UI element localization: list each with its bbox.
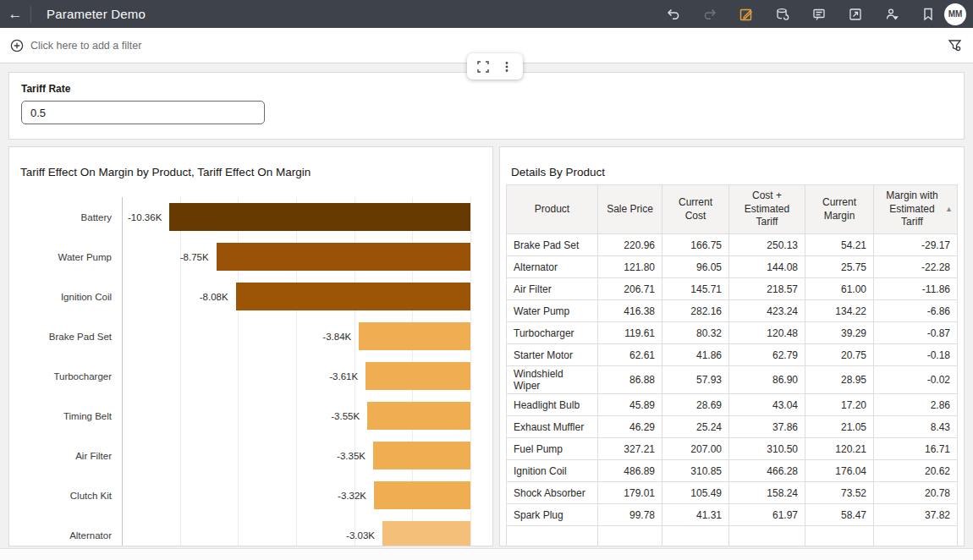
column-header[interactable]: Cost + Estimated Tariff <box>729 185 805 234</box>
details-table-card: Details By Product ProductSale PriceCurr… <box>499 146 965 546</box>
value-cell: 327.21 <box>598 438 662 460</box>
value-cell: 96.05 <box>662 256 729 278</box>
value-cell: 220.96 <box>598 234 662 256</box>
bottom-scroll-strip[interactable] <box>0 548 973 560</box>
export-icon[interactable] <box>848 7 863 22</box>
bar-value-label: -10.36K <box>128 212 162 222</box>
value-cell: 54.21 <box>805 234 874 256</box>
table-row[interactable]: Shock Absorber179.01105.49158.2473.5220.… <box>507 482 958 504</box>
value-cell: 207.00 <box>662 438 729 460</box>
filter-options-icon[interactable] <box>948 38 963 53</box>
value-cell: 423.24 <box>729 300 805 322</box>
value-cell: 120.48 <box>729 322 805 344</box>
bar-chart-card: Tariff Effect On Margin by Product, Tari… <box>8 146 493 546</box>
product-cell: Water Pump <box>507 300 598 322</box>
value-cell: 166.75 <box>662 234 729 256</box>
product-cell: Fuel Pump <box>507 438 598 460</box>
value-cell: 86.90 <box>729 366 805 394</box>
column-header[interactable]: Current Margin <box>805 185 874 234</box>
bar[interactable] <box>367 402 470 430</box>
value-cell: 46.29 <box>598 416 662 438</box>
undo-icon[interactable] <box>666 7 681 22</box>
bar-value-label: -3.61K <box>329 371 358 382</box>
value-cell: 486.89 <box>598 460 662 482</box>
table-row[interactable]: Alternator121.8096.05144.0825.75-22.28 <box>507 256 958 278</box>
present-icon[interactable] <box>884 7 899 22</box>
product-cell: Spark Plug <box>507 504 598 526</box>
column-header[interactable]: Sale Price <box>598 185 662 234</box>
value-cell: 21.05 <box>805 416 874 438</box>
bar-row: Turbocharger-3.61K <box>9 356 470 396</box>
back-button[interactable]: ← <box>0 0 30 28</box>
value-cell: 105.49 <box>662 482 729 504</box>
sort-ascending-icon[interactable]: ▲ <box>945 205 953 215</box>
user-avatar[interactable]: MM <box>944 3 966 25</box>
bar[interactable] <box>366 362 470 390</box>
value-cell: 250.13 <box>729 234 805 256</box>
column-header[interactable]: Margin with Estimated Tariff▲ <box>874 185 958 234</box>
bar[interactable] <box>374 481 470 509</box>
viz-toolbar <box>467 53 523 80</box>
refresh-data-icon[interactable] <box>775 7 790 22</box>
value-cell: -6.86 <box>874 300 958 322</box>
table-row[interactable]: Spark Plug99.7841.3161.9758.4737.82 <box>507 504 958 526</box>
product-cell: Shock Absorber <box>507 482 598 504</box>
table-row[interactable]: Fuel Pump327.21207.00310.50120.2116.71 <box>507 438 958 460</box>
bar[interactable] <box>236 283 470 310</box>
value-cell: -29.17 <box>874 234 958 256</box>
table-row[interactable]: Starter Motor62.6141.8662.7920.75-0.18 <box>507 344 958 366</box>
tariff-rate-input[interactable] <box>21 101 265 124</box>
value-cell: 86.88 <box>598 366 662 394</box>
chart-title: Tariff Effect On Margin by Product, Tari… <box>20 166 311 178</box>
category-label: Water Pump <box>9 252 122 262</box>
category-label: Brake Pad Set <box>9 332 122 342</box>
table-row[interactable]: Exhaust Muffler46.2925.2437.8621.058.43 <box>507 416 958 438</box>
value-cell: 144.08 <box>729 256 805 278</box>
table-row[interactable]: Ignition Coil486.89310.85466.28176.0420.… <box>507 460 958 482</box>
edit-icon[interactable] <box>739 7 754 22</box>
value-cell: 121.80 <box>598 256 662 278</box>
table-row[interactable]: Headlight Bulb45.8928.6943.0417.202.86 <box>507 394 958 416</box>
value-cell: -0.87 <box>874 322 958 344</box>
value-cell: 416.38 <box>598 300 662 322</box>
add-filter-label[interactable]: Click here to add a filter <box>30 40 141 52</box>
app-header: ← Parameter Demo MM <box>0 0 973 28</box>
table-row[interactable]: Water Pump416.38282.16423.24134.22-6.86 <box>507 300 958 322</box>
kebab-menu-icon[interactable] <box>500 60 514 74</box>
bar[interactable] <box>373 442 470 469</box>
table-row[interactable]: Windshield Wiper86.8857.9386.9028.95-0.0… <box>507 366 958 394</box>
column-header[interactable]: Product <box>507 185 598 234</box>
bar-row: Ignition Coil-8.08K <box>9 277 470 316</box>
value-cell: 158.24 <box>729 482 805 504</box>
value-cell: 17.20 <box>805 394 874 416</box>
value-cell: 310.85 <box>662 460 729 482</box>
bar[interactable] <box>382 521 470 546</box>
bar[interactable] <box>359 322 470 350</box>
header-toolbar <box>666 7 936 22</box>
bar-row: Air Filter-3.35K <box>9 436 470 475</box>
bar-row: Alternator-3.03K <box>9 515 470 546</box>
bookmark-icon[interactable] <box>921 7 936 22</box>
table-row[interactable]: Turbocharger119.6180.32120.4839.29-0.87 <box>507 322 958 344</box>
value-cell: 25.24 <box>662 416 729 438</box>
details-table: ProductSale PriceCurrent CostCost + Esti… <box>506 184 958 546</box>
bar[interactable] <box>217 243 470 271</box>
value-cell: -11.86 <box>874 278 958 300</box>
comments-icon[interactable] <box>811 7 827 22</box>
value-cell: 20.62 <box>874 460 958 482</box>
table-row[interactable]: Air Filter206.71145.71218.5761.00-11.86 <box>507 278 958 300</box>
value-cell: 20.78 <box>874 482 958 504</box>
bar-value-label: -3.84K <box>322 332 351 342</box>
product-cell: Ignition Coil <box>507 460 598 482</box>
maximize-icon[interactable] <box>476 60 490 74</box>
bar[interactable] <box>169 203 470 231</box>
category-label: Timing Belt <box>9 411 122 421</box>
add-filter-icon[interactable] <box>10 39 24 52</box>
column-header[interactable]: Current Cost <box>662 185 729 234</box>
value-cell: 41.31 <box>662 504 729 526</box>
value-cell: 41.86 <box>662 344 729 366</box>
table-row[interactable]: Brake Pad Set220.96166.75250.1354.21-29.… <box>507 234 958 256</box>
bar-row: Timing Belt-3.55K <box>9 396 470 436</box>
bar-value-label: -3.55K <box>331 411 360 421</box>
value-cell: 145.71 <box>662 278 729 300</box>
